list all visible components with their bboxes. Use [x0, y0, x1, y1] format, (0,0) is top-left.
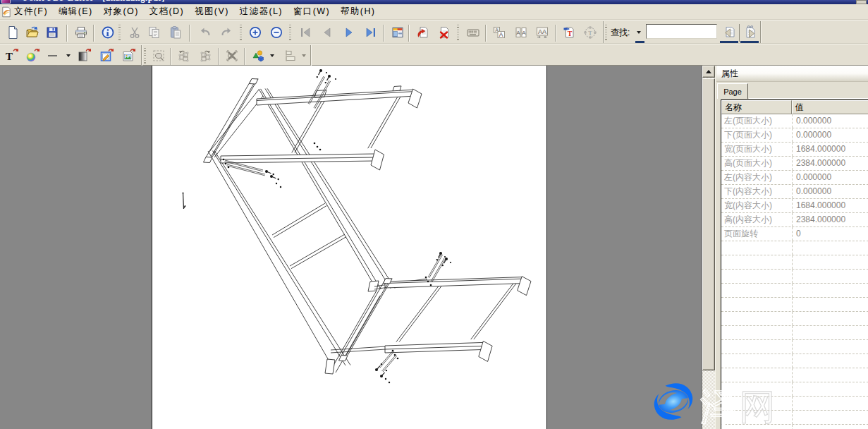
menu-edit[interactable]: 编辑(E): [59, 4, 93, 19]
edit-image-icon: [99, 49, 114, 63]
font-width-button[interactable]: AA: [533, 23, 551, 42]
delete-object-button[interactable]: [223, 47, 241, 65]
menu-view[interactable]: 视图(V): [195, 4, 229, 19]
toolbar-grip[interactable]: [144, 48, 146, 64]
new-document-button[interactable]: [4, 23, 22, 42]
add-line-dropdown[interactable]: [64, 47, 73, 65]
scroll-up-button[interactable]: [702, 66, 715, 78]
page-layout-button[interactable]: [389, 23, 407, 42]
insert-shapes-button[interactable]: [250, 47, 268, 65]
property-row[interactable]: 高(页面大小)2384.000000: [721, 157, 868, 171]
redo-button[interactable]: [217, 23, 236, 42]
rotate-left-button[interactable]: [175, 47, 193, 65]
touch-keyboard-button[interactable]: [464, 23, 482, 42]
cut-button[interactable]: [126, 23, 144, 42]
find-history-dropdown[interactable]: [634, 23, 644, 42]
zoom-out-button[interactable]: [267, 23, 286, 42]
property-name: 下(页面大小): [721, 128, 792, 142]
font-pair-icon: AA: [514, 25, 528, 40]
add-image-button[interactable]: [119, 47, 137, 65]
edit-image-button[interactable]: [97, 47, 116, 65]
document-icon[interactable]: [1, 6, 12, 18]
add-shape-button[interactable]: [23, 47, 42, 65]
property-row[interactable]: 左(内容大小)0.000000: [721, 171, 868, 185]
toolbar-grip[interactable]: [118, 25, 121, 40]
add-text-object-button[interactable]: T: [2, 47, 20, 65]
toolbar-grip[interactable]: [289, 25, 291, 40]
insert-page-button[interactable]: [414, 23, 432, 42]
find-previous-button[interactable]: [719, 23, 738, 42]
property-name: 高(内容大小): [721, 213, 792, 226]
property-row-empty: [721, 425, 868, 429]
add-line-button[interactable]: [44, 47, 63, 65]
last-page-button[interactable]: [362, 23, 380, 42]
rotate-right-button[interactable]: [196, 47, 214, 65]
previous-page-button[interactable]: [318, 23, 336, 42]
insert-shapes-dropdown[interactable]: [268, 47, 276, 65]
print-button[interactable]: [72, 23, 90, 42]
text-bound-button[interactable]: T: [581, 23, 599, 42]
document-canvas[interactable]: [0, 66, 702, 429]
property-row[interactable]: 高(内容大小)2384.000000: [721, 213, 868, 227]
save-button[interactable]: [43, 23, 61, 42]
align-objects-button[interactable]: [281, 47, 300, 65]
svg-text:A: A: [522, 30, 526, 36]
font-replace-button[interactable]: AA: [490, 23, 508, 42]
first-page-button[interactable]: [296, 23, 314, 42]
property-row[interactable]: 下(内容大小)0.000000: [721, 185, 868, 199]
property-row[interactable]: 页面旋转0: [721, 227, 868, 241]
zoom-in-icon: [248, 25, 262, 40]
column-header-name[interactable]: 名称: [721, 100, 792, 114]
copy-button[interactable]: [145, 23, 164, 42]
add-shading-button[interactable]: [75, 47, 93, 65]
delete-page-button[interactable]: [435, 23, 453, 42]
find-next-button[interactable]: [740, 23, 759, 42]
first-page-icon: [298, 25, 312, 40]
toolbar-grip[interactable]: [457, 25, 459, 40]
menu-window[interactable]: 窗口(W): [293, 4, 330, 19]
open-button[interactable]: [23, 23, 42, 42]
property-row[interactable]: 宽(页面大小)1684.000000: [721, 143, 868, 157]
text-circle-icon: T: [583, 25, 597, 40]
toolbar-separator: [244, 48, 245, 65]
tab-page[interactable]: Page: [717, 83, 748, 99]
find-label: 查找:: [611, 27, 630, 39]
toolbar-separator: [739, 24, 740, 42]
svg-text:A: A: [516, 30, 520, 36]
menu-object[interactable]: 对象(O): [104, 4, 139, 19]
object-toolbar: T: [0, 44, 868, 66]
insert-text-button[interactable]: T: [560, 23, 578, 42]
menu-document[interactable]: 文档(D): [149, 4, 184, 19]
property-row[interactable]: 宽(内容大小)1684.000000: [721, 199, 868, 213]
menu-help[interactable]: 帮助(H): [341, 4, 375, 19]
document-info-button[interactable]: [99, 23, 117, 42]
property-row-empty: [721, 284, 868, 298]
paste-icon: [169, 25, 183, 40]
property-row[interactable]: 下(页面大小)0.000000: [721, 128, 868, 143]
zoom-in-button[interactable]: [246, 23, 264, 42]
menu-file[interactable]: 文件(F): [14, 4, 48, 19]
property-row-empty: [721, 255, 868, 270]
paste-button[interactable]: [166, 23, 185, 42]
lasso-select-button[interactable]: [149, 47, 168, 65]
panel-caption[interactable]: 属性: [716, 66, 868, 82]
undo-button[interactable]: [196, 23, 214, 42]
vertical-scrollbar[interactable]: [702, 66, 715, 429]
panel-tabs: Page: [716, 83, 868, 99]
toolbar-grip[interactable]: [240, 25, 242, 40]
toolbar-grip[interactable]: [605, 25, 607, 40]
copy-icon: [147, 25, 161, 40]
property-row[interactable]: 左(页面大小)0.000000: [721, 114, 868, 128]
scrollbar-thumb[interactable]: [702, 78, 715, 370]
find-input[interactable]: [646, 24, 717, 39]
font-compare-button[interactable]: AA: [512, 23, 530, 42]
zoom-out-icon: [269, 25, 283, 40]
menu-filter[interactable]: 过滤器(L): [240, 4, 283, 19]
property-value: 0: [792, 227, 868, 241]
property-row-empty: [721, 270, 868, 284]
pdf-page[interactable]: [152, 66, 547, 429]
column-header-value[interactable]: 值: [792, 100, 868, 114]
toolbar-separator: [189, 25, 190, 42]
next-page-button[interactable]: [340, 23, 358, 42]
align-objects-dropdown[interactable]: [300, 47, 308, 65]
